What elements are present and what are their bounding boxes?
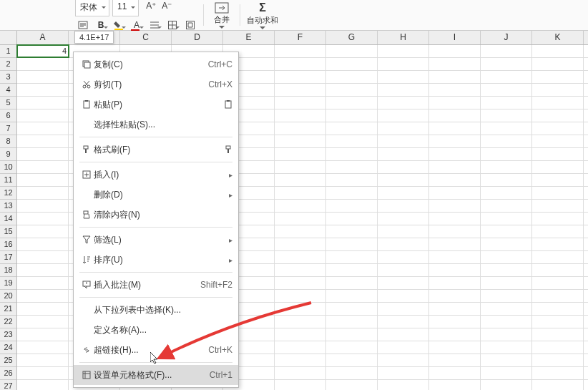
wrap-text-button[interactable] (75, 18, 91, 32)
cell[interactable] (429, 84, 481, 96)
menu-item[interactable]: 定义名称(A)... (74, 320, 238, 340)
cell[interactable] (481, 213, 532, 225)
cell[interactable] (326, 341, 378, 354)
cell[interactable] (532, 45, 584, 57)
cell[interactable] (17, 161, 69, 173)
row-header[interactable]: 16 (0, 238, 16, 251)
cell[interactable] (275, 122, 326, 135)
cell[interactable] (481, 277, 532, 289)
cell[interactable] (275, 264, 326, 276)
cell[interactable] (378, 354, 429, 366)
merge-button[interactable]: 合并 (209, 1, 235, 29)
cell[interactable] (275, 148, 326, 160)
cell[interactable] (481, 122, 532, 135)
cell[interactable] (532, 148, 584, 160)
cell[interactable] (532, 303, 584, 315)
column-header[interactable]: C (120, 31, 172, 44)
cell[interactable] (532, 354, 584, 366)
cell[interactable] (429, 122, 481, 135)
cell[interactable] (275, 238, 326, 250)
cell[interactable] (481, 71, 532, 83)
cell[interactable] (326, 122, 378, 135)
row-header[interactable]: 20 (0, 290, 16, 303)
cell[interactable] (532, 316, 584, 328)
cell[interactable] (275, 213, 326, 225)
cell[interactable] (17, 367, 69, 379)
cell[interactable] (378, 264, 429, 276)
cell[interactable] (481, 328, 532, 341)
row-header[interactable]: 21 (0, 303, 16, 316)
cell[interactable] (17, 238, 69, 250)
cell[interactable] (429, 264, 481, 276)
cell[interactable] (275, 367, 326, 379)
cell[interactable] (326, 97, 378, 109)
cell[interactable] (326, 45, 378, 57)
cell[interactable] (429, 109, 481, 122)
cell[interactable] (532, 174, 584, 186)
cell[interactable] (17, 58, 69, 70)
cell[interactable] (429, 290, 481, 302)
row-header[interactable]: 18 (0, 264, 16, 277)
cell[interactable] (378, 316, 429, 328)
cell[interactable] (429, 45, 481, 57)
cell[interactable] (378, 238, 429, 250)
cell[interactable] (532, 200, 584, 212)
cell[interactable] (326, 367, 378, 379)
cell[interactable] (378, 367, 429, 379)
row-header[interactable]: 11 (0, 174, 16, 187)
column-header[interactable]: F (275, 31, 326, 44)
menu-item[interactable]: 粘贴(P) (74, 94, 238, 114)
menu-item[interactable]: 超链接(H)...Ctrl+K (74, 340, 238, 360)
cell[interactable] (378, 225, 429, 238)
cell[interactable] (429, 367, 481, 379)
bold-button[interactable]: B (93, 18, 109, 32)
cell[interactable] (378, 45, 429, 57)
row-header[interactable]: 4 (0, 84, 16, 97)
cell[interactable] (326, 71, 378, 83)
cell[interactable] (532, 58, 584, 70)
cell[interactable] (275, 200, 326, 212)
cell[interactable] (429, 213, 481, 225)
cell[interactable] (481, 225, 532, 238)
cell[interactable] (429, 148, 481, 160)
cell[interactable] (17, 213, 69, 225)
menu-item[interactable]: 插入(I)▸ (74, 165, 238, 185)
cell[interactable] (532, 380, 584, 390)
select-all-corner[interactable] (0, 31, 17, 44)
cell[interactable] (17, 187, 69, 199)
cell[interactable] (378, 277, 429, 289)
menu-item[interactable]: 筛选(L)▸ (74, 230, 238, 250)
autosum-button[interactable]: Σ 自动求和 (245, 1, 280, 29)
cell[interactable] (532, 213, 584, 225)
cell[interactable] (17, 251, 69, 263)
cell[interactable] (326, 148, 378, 160)
cell[interactable] (275, 58, 326, 70)
menu-item[interactable]: 从下拉列表中选择(K)... (74, 300, 238, 320)
row-header[interactable]: 7 (0, 122, 16, 135)
row-header[interactable]: 26 (0, 367, 16, 380)
align-button[interactable] (147, 18, 162, 32)
cell[interactable] (429, 58, 481, 70)
cell[interactable] (326, 174, 378, 186)
cell[interactable] (481, 148, 532, 160)
menu-item[interactable]: 删除(D)▸ (74, 185, 238, 205)
cell[interactable] (17, 380, 69, 390)
cell[interactable] (17, 316, 69, 328)
cell[interactable] (275, 84, 326, 96)
cell[interactable] (17, 277, 69, 289)
cell[interactable] (378, 122, 429, 135)
cell[interactable] (481, 45, 532, 57)
cell[interactable] (481, 290, 532, 302)
cell[interactable] (275, 341, 326, 354)
cell[interactable] (17, 354, 69, 366)
cell[interactable] (326, 264, 378, 276)
cell[interactable] (532, 277, 584, 289)
menu-item[interactable]: 插入批注(M)Shift+F2 (74, 275, 238, 295)
cell[interactable] (481, 187, 532, 199)
cell[interactable] (275, 380, 326, 390)
cell[interactable] (275, 135, 326, 147)
cell[interactable] (532, 238, 584, 250)
cell[interactable] (481, 109, 532, 122)
column-header[interactable]: E (223, 31, 275, 44)
cell[interactable] (17, 225, 69, 238)
